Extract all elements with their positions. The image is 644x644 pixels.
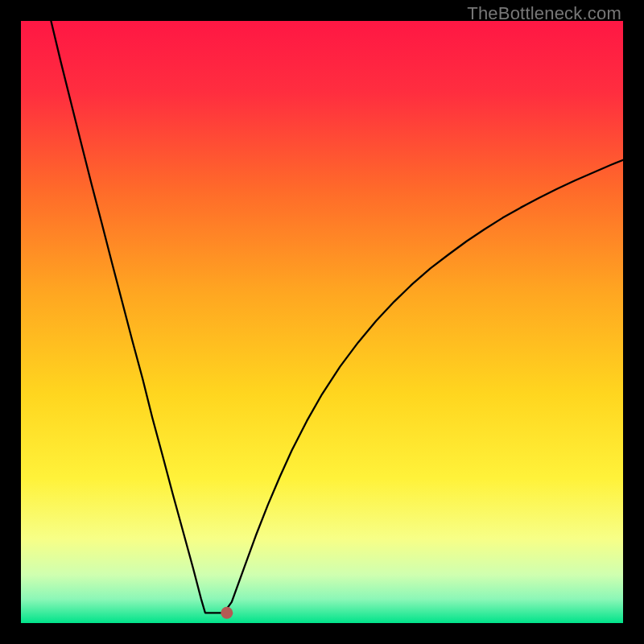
chart-frame — [0, 0, 644, 644]
watermark-text: TheBottleneck.com — [467, 3, 621, 24]
